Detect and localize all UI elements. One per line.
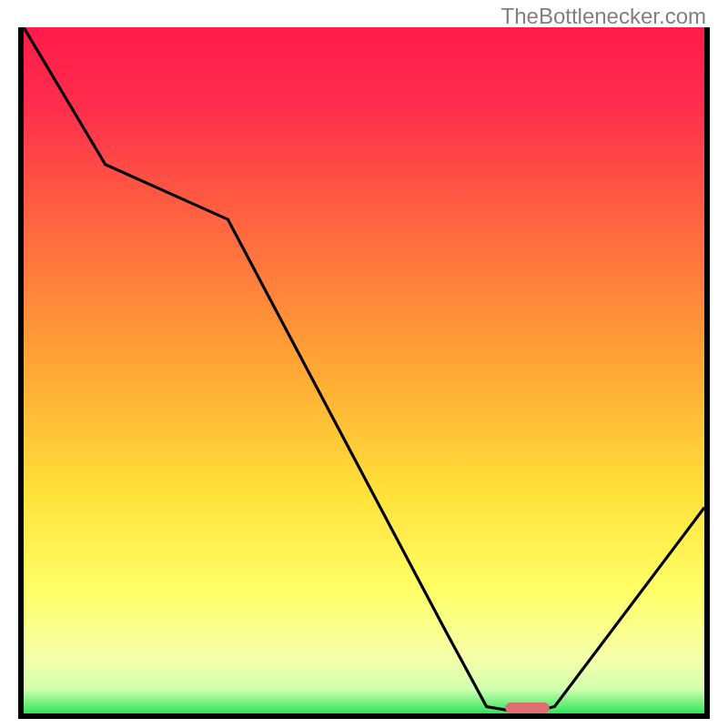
chart-frame <box>18 27 710 719</box>
optimal-marker <box>505 703 550 713</box>
chart-svg <box>24 27 704 713</box>
watermark-text: TheBottlenecker.com <box>501 4 706 29</box>
gradient-background <box>24 27 704 713</box>
